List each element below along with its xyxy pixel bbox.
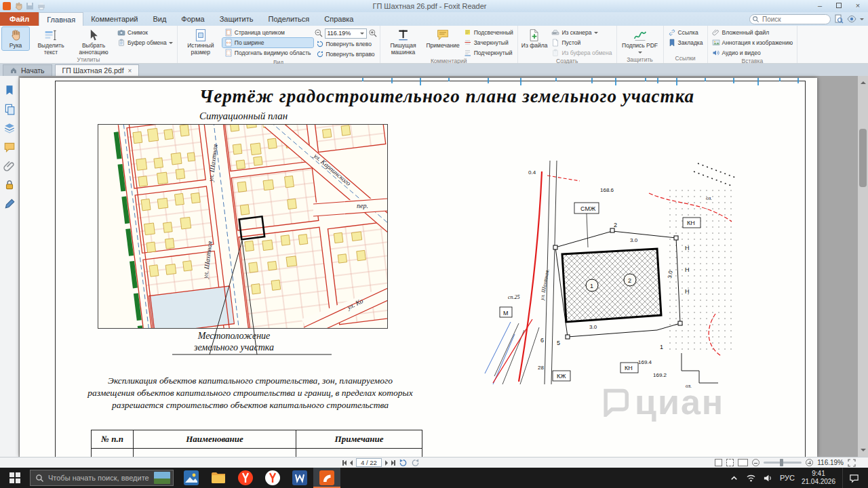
taskbar-word-app[interactable]: [286, 468, 313, 488]
typewriter-button[interactable]: Пишущая машинка: [382, 27, 425, 56]
scroll-up-icon[interactable]: [861, 79, 866, 84]
rotate-left-button[interactable]: Повернуть влево: [314, 39, 378, 49]
from-scanner-button[interactable]: Из сканера: [549, 28, 614, 37]
bookmark-button[interactable]: Закладка: [666, 38, 705, 47]
qat-hand-icon[interactable]: [14, 2, 23, 10]
plan-zone-number: 2: [628, 277, 631, 284]
taskbar-yandex-lite-app[interactable]: [259, 468, 286, 488]
previous-view-icon[interactable]: [399, 458, 408, 467]
facing-view-icon[interactable]: [738, 459, 748, 466]
taskbar-yandex-browser-app[interactable]: [232, 468, 259, 488]
qat-save-icon[interactable]: [25, 2, 35, 10]
clipboard-button[interactable]: Буфер обмена: [115, 38, 175, 47]
fit-page-button[interactable]: Страница целиком: [222, 28, 313, 37]
fit-visible-button[interactable]: Подогнать видимую область: [222, 48, 313, 58]
qat-print-icon[interactable]: [37, 2, 46, 10]
rotate-left-icon: [316, 40, 324, 48]
next-view-icon[interactable]: [411, 458, 420, 467]
close-button[interactable]: ×: [849, 1, 867, 12]
underline-button[interactable]: Подчеркнутый: [462, 48, 515, 58]
highlight-icon: [464, 28, 472, 37]
tab-home[interactable]: Главная: [39, 12, 83, 26]
hand-tool-button[interactable]: Рука: [2, 27, 29, 50]
create-from-file-button[interactable]: Из файла: [520, 27, 549, 50]
first-page-button[interactable]: [342, 460, 347, 466]
fit-page-icon: [224, 28, 233, 37]
vertical-scrollbar[interactable]: [858, 76, 868, 457]
image-annotation-button[interactable]: Аннотация к изображению: [710, 38, 795, 47]
scroll-down-icon[interactable]: [861, 449, 866, 454]
continuous-view-icon[interactable]: [726, 459, 734, 466]
attachments-panel-icon[interactable]: [3, 160, 16, 172]
note-button[interactable]: Примечание: [425, 27, 461, 50]
true-size-button[interactable]: Истинный размер: [180, 27, 222, 56]
zoom-in-status-icon[interactable]: [806, 459, 813, 466]
fullscreen-icon[interactable]: [848, 459, 856, 467]
security-panel-icon[interactable]: [3, 179, 16, 191]
taskbar-photos-app[interactable]: [178, 468, 205, 488]
image-icon: [712, 39, 720, 47]
previous-page-button[interactable]: [350, 460, 353, 466]
select-text-button[interactable]: Выделить текст: [30, 27, 72, 56]
tab-close-icon[interactable]: ×: [128, 67, 132, 75]
snapshot-button[interactable]: Снимок: [115, 28, 175, 37]
language-indicator[interactable]: РУС: [780, 474, 795, 482]
layers-panel-icon[interactable]: [3, 122, 16, 134]
tab-comment[interactable]: Комментарий: [83, 12, 145, 26]
comments-panel-icon[interactable]: [3, 141, 16, 153]
ribbon-search-input[interactable]: [749, 14, 831, 24]
search-highlight-thumbnail[interactable]: [154, 472, 170, 484]
taskbar-foxit-app[interactable]: [313, 468, 340, 488]
zoom-in-icon[interactable]: [368, 28, 378, 38]
rotate-left-label: Повернуть влево: [326, 41, 372, 47]
fit-width-button[interactable]: По ширине: [222, 38, 313, 47]
tab-share[interactable]: Поделиться: [261, 12, 317, 26]
minimize-button[interactable]: –: [811, 1, 829, 12]
strikeout-button[interactable]: Зачеркнутый: [462, 38, 515, 47]
maximize-button[interactable]: [830, 1, 848, 12]
tab-current-document[interactable]: ГП Шахтная 26.pdf ×: [55, 64, 140, 76]
taskbar-search-box[interactable]: Чтобы начать поиск, введите: [30, 470, 174, 486]
highlight-button[interactable]: Подсвеченный: [462, 28, 515, 37]
bookmarks-panel-icon[interactable]: [3, 84, 16, 96]
note-icon: [436, 28, 450, 42]
pages-panel-icon[interactable]: [3, 103, 16, 115]
from-clipboard-button[interactable]: Из буфера обмена: [549, 48, 614, 58]
zoom-out-icon[interactable]: [314, 28, 323, 38]
fit-width-icon: [224, 39, 233, 47]
tab-form[interactable]: Форма: [174, 12, 212, 26]
signatures-panel-icon[interactable]: [3, 198, 16, 210]
clock[interactable]: 9:41 21.04.2026: [802, 470, 835, 486]
zoom-slider-thumb[interactable]: [780, 459, 783, 466]
blank-document-button[interactable]: Пустой: [549, 38, 614, 47]
plan-n-label: Н: [685, 266, 690, 273]
next-page-button[interactable]: [385, 460, 388, 466]
network-icon[interactable]: [746, 473, 756, 483]
audio-video-button[interactable]: Аудио и видео: [710, 48, 795, 58]
action-center-button[interactable]: [842, 468, 865, 488]
rotate-right-button[interactable]: Повернуть вправо: [314, 49, 378, 59]
taskbar-explorer-app[interactable]: [205, 468, 232, 488]
select-annotation-button[interactable]: Выбрать аннотацию: [73, 27, 115, 56]
link-button[interactable]: Ссылка: [666, 28, 705, 37]
single-page-view-icon[interactable]: [715, 459, 722, 466]
tab-file[interactable]: Файл: [0, 12, 39, 26]
zoom-slider[interactable]: [764, 462, 802, 464]
view-mode-icon[interactable]: [847, 14, 856, 24]
volume-icon[interactable]: [763, 473, 773, 483]
find-icon[interactable]: [834, 14, 844, 24]
tab-start-page[interactable]: Начать: [3, 64, 52, 76]
scrollbar-thumb[interactable]: [859, 129, 867, 187]
last-page-button[interactable]: [391, 460, 395, 466]
tray-chevron-icon[interactable]: [729, 473, 739, 483]
zoom-out-status-icon[interactable]: [752, 459, 760, 466]
zoom-level-combobox[interactable]: 116.19%: [325, 28, 367, 39]
tab-help[interactable]: Справка: [317, 12, 361, 26]
tab-protect[interactable]: Защитить: [212, 12, 261, 26]
page-number-box[interactable]: 4 / 22: [356, 458, 382, 467]
ribbon-collapse-icon[interactable]: [860, 18, 864, 22]
tab-view[interactable]: Вид: [145, 12, 174, 26]
attach-file-button[interactable]: Вложенный файл: [710, 28, 795, 37]
start-button[interactable]: [0, 468, 30, 488]
pdf-sign-button[interactable]: Подпись PDF: [619, 27, 661, 56]
